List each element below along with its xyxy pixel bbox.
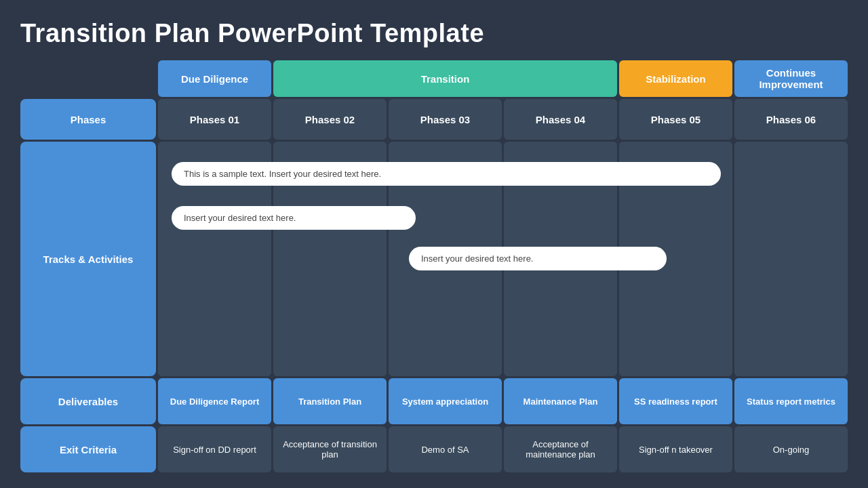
deliverable-col-6: Status report metrics [734,378,848,424]
page-title: Transition Plan PowerPoint Template [20,19,848,48]
phase-col-4: Phases 04 [504,99,617,140]
phase-header-transition: Transition [273,60,617,97]
text-box-2[interactable]: Insert your desired text here. [172,206,416,230]
exit-col-1: Sign-off on DD report [158,426,271,472]
deliverables-row: Deliverables Due Diligence Report Transi… [20,378,848,424]
phases-label: Phases [20,99,156,140]
phase-col-3: Phases 03 [389,99,502,140]
phase-header-stabilization: Stabilization [619,60,732,97]
phase-col-6: Phases 06 [734,99,848,140]
deliverable-col-2: Transition Plan [273,378,387,424]
deliverable-col-3: System appreciation [389,378,502,424]
phase-col-2: Phases 02 [273,99,387,140]
deliverables-label: Deliverables [20,378,156,424]
table-wrapper: Due Diligence Transition Stabilization C… [20,60,848,474]
phase-header-continues: Continues Improvement [734,60,848,97]
track-col-6 [734,142,848,376]
exit-label: Exit Criteria [20,426,156,472]
exit-col-4: Acceptance of maintenance plan [504,426,617,472]
tracks-row: Tracks & Activities This is a sample tex… [20,142,848,376]
exit-row: Exit Criteria Sign-off on DD report Acce… [20,426,848,472]
phase-col-5: Phases 05 [619,99,732,140]
deliverable-col-1: Due Diligence Report [158,378,271,424]
exit-col-3: Demo of SA [389,426,502,472]
deliverable-col-5: SS readiness report [619,378,732,424]
main-container: Transition Plan PowerPoint Template Due … [0,0,868,488]
phase-header-row: Due Diligence Transition Stabilization C… [20,60,848,97]
text-box-3[interactable]: Insert your desired text here. [409,247,667,270]
deliverable-col-4: Maintenance Plan [504,378,617,424]
tracks-label: Tracks & Activities [20,142,156,376]
exit-col-6: On-going [734,426,848,472]
phase-header-due-diligence: Due Diligence [158,60,271,97]
header-empty [20,60,156,97]
phases-row: Phases Phases 01 Phases 02 Phases 03 Pha… [20,99,848,140]
exit-col-2: Acceptance of transition plan [273,426,387,472]
text-box-1[interactable]: This is a sample text. Insert your desir… [172,162,721,186]
phase-col-1: Phases 01 [158,99,271,140]
exit-col-5: Sign-off n takeover [619,426,732,472]
